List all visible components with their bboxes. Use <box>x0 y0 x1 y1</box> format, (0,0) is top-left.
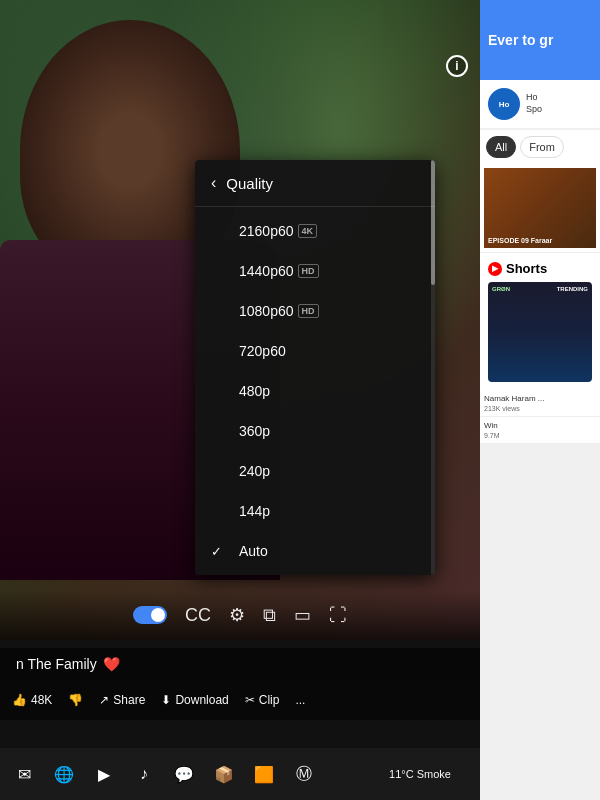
quality-list: 2160p604K1440p60HD1080p60HD720p60480p360… <box>195 207 435 575</box>
video-title-namak: Namak Haram ... <box>484 394 596 403</box>
quality-label-1080p60: 1080p60 <box>239 303 294 319</box>
clip-button[interactable]: ✂ Clip <box>245 693 280 707</box>
cc-button[interactable]: CC <box>185 605 211 626</box>
dislike-icon: 👎 <box>68 693 83 707</box>
theater-button[interactable]: ▭ <box>294 604 311 626</box>
like-button[interactable]: 👍 48K <box>12 693 52 707</box>
quality-item-2160p60[interactable]: 2160p604K <box>195 211 435 251</box>
download-button[interactable]: ⬇ Download <box>161 693 228 707</box>
channel-subtitle: Spo <box>526 104 542 116</box>
shorts-thumb-label: GRØN <box>492 286 510 292</box>
share-icon: ↗ <box>99 693 109 707</box>
heart-icon: ❤️ <box>103 656 120 672</box>
thumb-label-1: EPISODE 09 Faraar <box>488 237 552 244</box>
shorts-thumb[interactable]: GRØN TRENDING <box>488 282 592 382</box>
quality-item-240p[interactable]: 240p <box>195 451 435 491</box>
settings-button[interactable]: ⚙ <box>229 604 245 626</box>
weather-text: 11°C Smoke <box>389 768 451 780</box>
share-label: Share <box>113 693 145 707</box>
controls-bar: CC ⚙ ⧉ ▭ ⛶ <box>0 590 480 640</box>
sidebar-banner: Ever to gr <box>480 0 600 80</box>
clip-label: Clip <box>259 693 280 707</box>
shorts-icon: ▶ <box>488 262 502 276</box>
quality-badge-1080p60: HD <box>298 304 319 318</box>
sidebar-video-namak[interactable]: Namak Haram ... 213K views <box>480 390 600 417</box>
quality-label-auto: Auto <box>239 543 268 559</box>
miniplayer-button[interactable]: ⧉ <box>263 605 276 626</box>
video-title-bar: n The Family ❤️ <box>16 656 464 672</box>
sidebar-channel[interactable]: Ho Ho Spo <box>480 80 600 128</box>
quality-label-1440p60: 1440p60 <box>239 263 294 279</box>
banner-text: Ever to gr <box>488 31 553 49</box>
quality-item-1440p60[interactable]: 1440p60HD <box>195 251 435 291</box>
taskbar-icon-1[interactable]: 🌐 <box>48 758 80 790</box>
weather-bar: 11°C Smoke <box>360 748 480 800</box>
dislike-button[interactable]: 👎 <box>68 693 83 707</box>
video-title-area: n The Family ❤️ <box>0 648 480 680</box>
shorts-section: ▶ Shorts GRØN TRENDING <box>480 253 600 390</box>
taskbar-icon-5[interactable]: 📦 <box>208 758 240 790</box>
shorts-trending-label: TRENDING <box>557 286 588 292</box>
quality-dropdown: ‹ Quality 2160p604K1440p60HD1080p60HD720… <box>195 160 435 575</box>
quality-item-auto[interactable]: ✓Auto <box>195 531 435 571</box>
quality-title: Quality <box>226 175 273 192</box>
sidebar-thumb-1: EPISODE 09 Faraar <box>484 168 596 248</box>
quality-label-144p: 144p <box>239 503 270 519</box>
quality-label-240p: 240p <box>239 463 270 479</box>
channel-initial: Ho <box>499 100 510 109</box>
filter-row: All From <box>480 130 600 164</box>
download-icon: ⬇ <box>161 693 171 707</box>
quality-item-360p[interactable]: 360p <box>195 411 435 451</box>
action-bar: 👍 48K 👎 ↗ Share ⬇ Download ✂ Clip ... <box>0 680 480 720</box>
video-meta-namak: 213K views <box>484 405 596 412</box>
share-button[interactable]: ↗ Share <box>99 693 145 707</box>
sidebar-video-win[interactable]: Win 9.7M <box>480 417 600 444</box>
quality-label-2160p60: 2160p60 <box>239 223 294 239</box>
toggle-button[interactable] <box>133 606 167 624</box>
quality-item-720p60[interactable]: 720p60 <box>195 331 435 371</box>
taskbar-icon-3[interactable]: ♪ <box>128 758 160 790</box>
quality-item-480p[interactable]: 480p <box>195 371 435 411</box>
filter-all-button[interactable]: All <box>486 136 516 158</box>
quality-label-480p: 480p <box>239 383 270 399</box>
sidebar-video-item-1[interactable]: EPISODE 09 Faraar <box>480 164 600 253</box>
download-label: Download <box>175 693 228 707</box>
shorts-title: ▶ Shorts <box>488 261 592 276</box>
filter-from-button[interactable]: From <box>520 136 564 158</box>
like-icon: 👍 <box>12 693 27 707</box>
channel-info: Ho Spo <box>526 92 542 115</box>
quality-label-720p60: 720p60 <box>239 343 286 359</box>
video-title-win: Win <box>484 421 596 430</box>
more-button[interactable]: ... <box>295 693 305 707</box>
right-sidebar: Ever to gr Ho Ho Spo All From EPISODE 09… <box>480 0 600 800</box>
taskbar-icon-6[interactable]: 🟧 <box>248 758 280 790</box>
video-meta-win: 9.7M <box>484 432 596 439</box>
taskbar-icon-7[interactable]: Ⓜ <box>288 758 320 790</box>
taskbar-icon-0[interactable]: ✉ <box>8 758 40 790</box>
channel-name: Ho <box>526 92 542 104</box>
more-icon: ... <box>295 693 305 707</box>
quality-check-auto: ✓ <box>211 544 231 559</box>
video-title: n The Family <box>16 656 97 672</box>
fullscreen-button[interactable]: ⛶ <box>329 605 347 626</box>
back-arrow-button[interactable]: ‹ <box>211 174 216 192</box>
quality-badge-2160p60: 4K <box>298 224 318 238</box>
taskbar-icon-4[interactable]: 💬 <box>168 758 200 790</box>
shorts-label: Shorts <box>506 261 547 276</box>
quality-item-144p[interactable]: 144p <box>195 491 435 531</box>
channel-avatar: Ho <box>488 88 520 120</box>
info-button[interactable]: i <box>446 55 468 77</box>
quality-item-1080p60[interactable]: 1080p60HD <box>195 291 435 331</box>
taskbar-icon-2[interactable]: ▶ <box>88 758 120 790</box>
quality-badge-1440p60: HD <box>298 264 319 278</box>
like-count: 48K <box>31 693 52 707</box>
quality-header: ‹ Quality <box>195 160 435 207</box>
clip-icon: ✂ <box>245 693 255 707</box>
quality-label-360p: 360p <box>239 423 270 439</box>
